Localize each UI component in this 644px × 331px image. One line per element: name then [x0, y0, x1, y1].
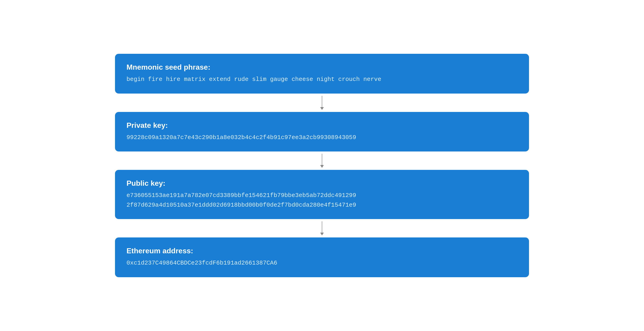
- public-key-title: Public key:: [126, 179, 518, 188]
- ethereum-address-card: Ethereum address: 0xc1d237C49864CBDCe23f…: [115, 238, 529, 277]
- arrow-connector-2: [322, 151, 322, 170]
- arrow-line-3: [322, 221, 322, 235]
- private-key-card: Private key: 99228c09a1320a7c7e43c290b1a…: [115, 112, 529, 152]
- ethereum-address-title: Ethereum address:: [126, 247, 518, 255]
- private-key-title: Private key:: [126, 121, 518, 130]
- arrow-line-1: [322, 96, 322, 110]
- public-key-value: e736055153ae191a7a782e07cd3389bbfe154621…: [126, 191, 518, 210]
- private-key-value: 99228c09a1320a7c7e43c290b1a8e032b4c4c2f4…: [126, 133, 518, 142]
- mnemonic-value: begin fire hire matrix extend rude slim …: [126, 75, 518, 84]
- arrow-connector-3: [322, 219, 322, 238]
- main-container: Mnemonic seed phrase: begin fire hire ma…: [115, 54, 529, 277]
- public-key-card: Public key: e736055153ae191a7a782e07cd33…: [115, 170, 529, 219]
- mnemonic-card: Mnemonic seed phrase: begin fire hire ma…: [115, 54, 529, 93]
- arrow-line-2: [322, 154, 322, 168]
- mnemonic-title: Mnemonic seed phrase:: [126, 63, 518, 71]
- arrow-connector-1: [322, 93, 322, 112]
- ethereum-address-value: 0xc1d237C49864CBDCe23fcdF6b191ad2661387C…: [126, 258, 518, 268]
